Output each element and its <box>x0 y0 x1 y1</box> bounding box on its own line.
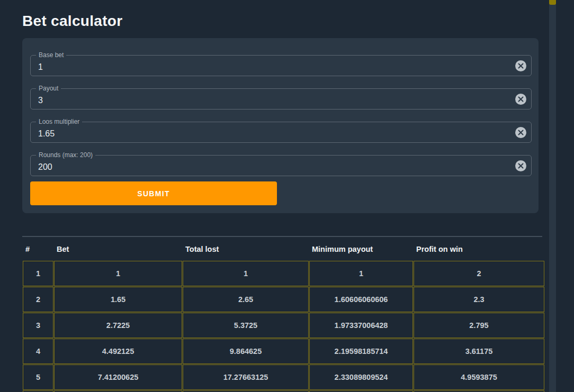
rounds-field: Rounds (max: 200) <box>30 155 532 176</box>
cell-profit-on-win: 2 <box>414 261 544 286</box>
loss-multiplier-input[interactable] <box>31 126 515 139</box>
payout-label: Payout <box>36 84 61 93</box>
results-table: # Bet Total lost Minimum payout Profit o… <box>22 236 542 392</box>
cell-profit-on-win: 2.795 <box>414 313 544 338</box>
cell-profit-on-win: 3.61175 <box>414 339 544 364</box>
cell-number: 1 <box>23 261 53 286</box>
cell-bet: 2.7225 <box>54 313 182 338</box>
clear-icon[interactable] <box>515 60 526 71</box>
cell-total-lost: 2.65 <box>183 287 309 312</box>
payout-field: Payout <box>30 88 532 110</box>
header-profit-on-win: Profit on win <box>414 238 544 260</box>
loss-multiplier-label: Loos multiplier <box>36 117 82 126</box>
cell-number: 4 <box>23 339 53 364</box>
table-row: 2 1.65 2.65 1.60606060606 2.3 <box>23 287 544 312</box>
clear-icon[interactable] <box>515 160 526 171</box>
cell-minimum-payout: 1.97337006428 <box>309 313 413 338</box>
cell-number: 2 <box>23 287 53 312</box>
cell-total-lost: 17.27663125 <box>183 364 309 390</box>
submit-button[interactable]: SUBMIT <box>30 181 277 205</box>
scrollbar[interactable] <box>549 0 556 392</box>
cell-profit-on-win: 4.9593875 <box>414 364 544 390</box>
payout-input[interactable] <box>31 93 515 105</box>
cell-bet: 1 <box>54 261 182 286</box>
base-bet-label: Base bet <box>36 51 66 59</box>
loss-multiplier-field: Loos multiplier <box>30 122 532 143</box>
cell-bet: 7.41200625 <box>54 364 182 390</box>
cell-minimum-payout: 2.19598185714 <box>309 339 413 364</box>
cell-minimum-payout: 1 <box>309 261 413 286</box>
cell-minimum-payout: 2.33089809524 <box>309 364 413 390</box>
clear-icon[interactable] <box>515 127 526 138</box>
table-row: 1 1 1 1 2 <box>23 261 544 286</box>
table-row: 4 4.492125 9.864625 2.19598185714 3.6117… <box>23 339 544 364</box>
rounds-label: Rounds (max: 200) <box>36 151 95 159</box>
table-row: 5 7.41200625 17.27663125 2.33089809524 4… <box>23 364 544 390</box>
header-number: # <box>23 238 53 260</box>
calculator-form-card: Base bet Payout Loos multiplier Rounds (… <box>22 38 539 213</box>
cell-total-lost: 9.864625 <box>183 339 309 364</box>
cell-bet: 1.65 <box>54 287 182 312</box>
clear-icon[interactable] <box>515 94 526 105</box>
header-total-lost: Total lost <box>183 238 309 260</box>
cell-number: 3 <box>23 313 53 338</box>
cell-minimum-payout: 1.60606060606 <box>309 287 413 312</box>
page-title: Bet calculator <box>22 13 574 30</box>
scrollbar-thumb[interactable] <box>549 0 556 5</box>
cell-bet: 4.492125 <box>54 339 182 364</box>
table-row: 3 2.7225 5.3725 1.97337006428 2.795 <box>23 313 544 338</box>
cell-total-lost: 1 <box>183 261 309 286</box>
base-bet-input[interactable] <box>31 59 515 72</box>
base-bet-field: Base bet <box>30 55 532 76</box>
table-header-row: # Bet Total lost Minimum payout Profit o… <box>23 238 544 260</box>
header-bet: Bet <box>54 238 182 260</box>
cell-profit-on-win: 2.3 <box>414 287 544 312</box>
bet-calculator-page: Bet calculator Base bet Payout Loos mult… <box>0 0 574 392</box>
cell-total-lost: 5.3725 <box>183 313 309 338</box>
cell-number: 5 <box>23 364 53 390</box>
rounds-input[interactable] <box>31 159 515 172</box>
header-minimum-payout: Minimum payout <box>309 238 413 260</box>
